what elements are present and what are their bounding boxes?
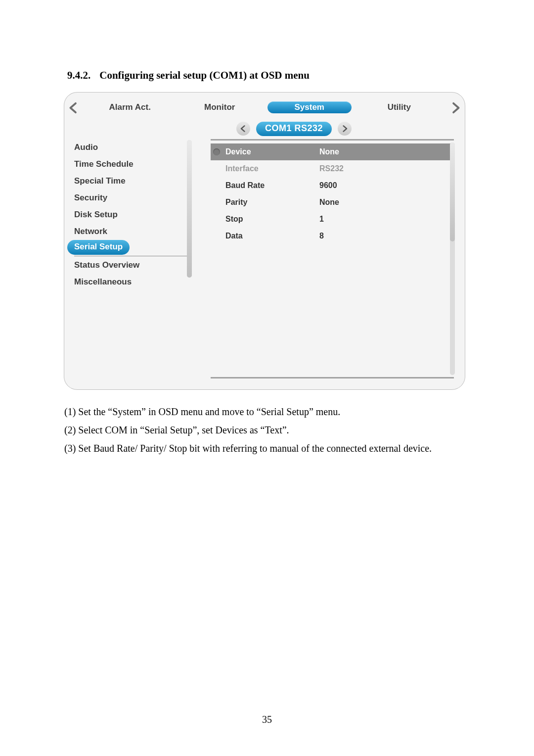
sidebar-item-audio[interactable]: Audio [74, 139, 188, 156]
instruction-item: (3) Set Baud Rate/ Parity/ Stop bit with… [64, 441, 470, 456]
param-label: Stop [222, 215, 319, 224]
sidebar-item-serial-setup[interactable]: Serial Setup [67, 240, 130, 255]
param-value: None [319, 147, 339, 156]
page-number: 35 [0, 714, 534, 725]
param-row-interface: Interface RS232 [211, 160, 454, 177]
param-value: RS232 [319, 164, 344, 173]
sidebar-item-special-time[interactable]: Special Time [74, 173, 188, 189]
param-label: Baud Rate [222, 181, 319, 190]
tab-utility[interactable]: Utility [355, 102, 445, 112]
tab-prev-arrow[interactable] [66, 100, 81, 115]
sidebar-item-security[interactable]: Security [74, 189, 188, 206]
instruction-item: (1) Set the “System” in OSD menu and mov… [64, 404, 470, 420]
tab-alarm-act[interactable]: Alarm Act. [85, 102, 175, 112]
param-value: 1 [319, 215, 324, 224]
content-scroll-thumb[interactable] [450, 142, 455, 241]
section-heading: Configuring serial setup (COM1) at OSD m… [99, 69, 310, 82]
subtab-next-arrow[interactable] [338, 122, 352, 136]
param-row-data[interactable]: Data 8 [211, 228, 454, 244]
sidebar-item-miscellaneous[interactable]: Miscellaneous [74, 274, 188, 290]
row-bullet-icon [213, 148, 220, 155]
tab-bar: Alarm Act. Monitor System Utility [85, 98, 444, 116]
sidebar: Audio Time Schedule Special Time Securit… [74, 139, 188, 290]
sidebar-item-time-schedule[interactable]: Time Schedule [74, 156, 188, 173]
param-row-stop[interactable]: Stop 1 [211, 211, 454, 228]
param-label: Parity [222, 198, 319, 207]
section-number: 9.4.2. [67, 69, 90, 82]
param-value: None [319, 198, 339, 207]
param-row-parity[interactable]: Parity None [211, 194, 454, 211]
subtab-label[interactable]: COM1 RS232 [256, 122, 332, 136]
tab-system[interactable]: System [265, 102, 355, 112]
tab-monitor[interactable]: Monitor [175, 102, 265, 112]
subtab-prev-arrow[interactable] [236, 122, 250, 136]
param-label: Data [222, 232, 319, 240]
param-row-baud-rate[interactable]: Baud Rate 9600 [211, 177, 454, 194]
sidebar-scrollbar[interactable] [187, 140, 192, 278]
instruction-list: (1) Set the “System” in OSD menu and mov… [64, 404, 470, 456]
section-title: 9.4.2. Configuring serial setup (COM1) a… [67, 69, 470, 82]
sidebar-item-network[interactable]: Network [74, 223, 188, 240]
param-value: 8 [319, 232, 324, 240]
param-label: Interface [222, 164, 319, 173]
osd-panel: Alarm Act. Monitor System Utility COM1 R… [64, 93, 465, 389]
sidebar-item-status-overview[interactable]: Status Overview [74, 256, 188, 274]
settings-content: Device None Interface RS232 Baud Rate 96… [211, 139, 454, 378]
tab-next-arrow[interactable] [448, 100, 463, 115]
instruction-item: (2) Select COM in “Serial Setup”, set De… [64, 423, 470, 438]
content-scrollbar[interactable] [450, 142, 455, 375]
param-label: Device [222, 147, 319, 156]
param-value: 9600 [319, 181, 337, 190]
sidebar-item-disk-setup[interactable]: Disk Setup [74, 206, 188, 223]
param-row-device[interactable]: Device None [211, 143, 454, 160]
sidebar-scroll-thumb[interactable] [187, 140, 192, 278]
